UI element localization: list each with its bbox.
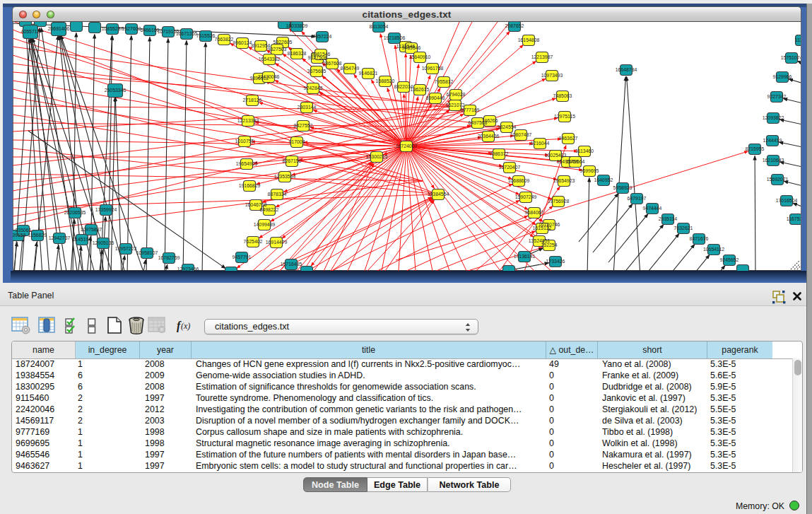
svg-text:16543382: 16543382 <box>259 57 281 62</box>
svg-text:1156829: 1156829 <box>28 233 47 238</box>
svg-text:5322605: 5322605 <box>273 40 293 45</box>
svg-text:17359924: 17359924 <box>95 207 117 212</box>
svg-text:19654923: 19654923 <box>553 178 575 183</box>
svg-text:10975887: 10975887 <box>81 227 102 232</box>
svg-text:12213383: 12213383 <box>237 118 259 123</box>
svg-text:10855287: 10855287 <box>102 26 124 31</box>
svg-text:6794028: 6794028 <box>447 92 466 97</box>
svg-text:5958923: 5958923 <box>613 185 632 190</box>
svg-text:15751074: 15751074 <box>781 55 801 60</box>
svg-text:6479197: 6479197 <box>628 196 647 201</box>
svg-text:8878334: 8878334 <box>268 192 287 197</box>
svg-text:(x): (x) <box>181 321 190 331</box>
svg-text:12975115: 12975115 <box>554 114 575 119</box>
svg-text:7663822: 7663822 <box>215 37 234 42</box>
svg-text:917004: 917004 <box>289 139 305 144</box>
svg-text:1167534: 1167534 <box>787 216 801 221</box>
svg-text:9960124: 9960124 <box>233 40 252 45</box>
svg-text:20691406: 20691406 <box>48 26 70 31</box>
svg-text:1640952: 1640952 <box>594 177 613 182</box>
svg-text:9457791: 9457791 <box>233 255 252 259</box>
svg-text:15716485: 15716485 <box>281 262 302 267</box>
svg-text:1733426: 1733426 <box>546 259 565 264</box>
svg-text:17957223: 17957223 <box>115 246 137 251</box>
svg-text:10961758: 10961758 <box>422 66 444 71</box>
svg-text:8267150: 8267150 <box>283 158 302 163</box>
svg-text:8471676: 8471676 <box>690 236 709 241</box>
svg-text:17016504: 17016504 <box>776 198 798 203</box>
svg-text:7986372: 7986372 <box>490 151 509 156</box>
svg-text:12905135: 12905135 <box>93 240 114 245</box>
svg-text:10654112: 10654112 <box>703 247 724 252</box>
svg-text:4055713: 4055713 <box>21 29 40 34</box>
svg-text:9465546: 9465546 <box>402 45 421 50</box>
svg-text:20206535: 20206535 <box>64 210 86 215</box>
svg-text:7857224: 7857224 <box>313 34 332 39</box>
svg-text:2718126: 2718126 <box>243 98 262 103</box>
svg-text:12923466: 12923466 <box>177 267 199 271</box>
svg-text:8990448: 8990448 <box>426 95 445 100</box>
svg-text:16033809: 16033809 <box>286 23 308 28</box>
svg-text:7632621: 7632621 <box>674 226 693 230</box>
svg-text:16154808: 16154808 <box>518 37 540 42</box>
svg-text:1010755: 1010755 <box>235 139 254 144</box>
svg-text:11173: 11173 <box>795 37 801 42</box>
svg-text:7515526: 7515526 <box>196 33 216 38</box>
svg-text:19756928: 19756928 <box>548 199 570 204</box>
svg-text:16648784: 16648784 <box>616 67 637 72</box>
svg-text:1244419: 1244419 <box>763 138 782 143</box>
svg-text:19384554: 19384554 <box>428 192 449 197</box>
svg-text:1362615: 1362615 <box>411 87 430 92</box>
svg-text:9463627: 9463627 <box>559 136 578 141</box>
svg-text:252254: 252254 <box>541 243 558 247</box>
svg-text:9227342: 9227342 <box>767 94 787 99</box>
svg-text:8454749: 8454749 <box>341 66 360 71</box>
svg-text:8427552: 8427552 <box>294 123 313 128</box>
svg-text:9684067: 9684067 <box>525 210 544 215</box>
svg-text:6466160: 6466160 <box>141 28 160 33</box>
svg-text:12353594: 12353594 <box>274 174 296 179</box>
svg-text:1615132: 1615132 <box>533 226 552 230</box>
svg-text:15300215: 15300215 <box>366 154 388 159</box>
svg-text:8813054: 8813054 <box>370 24 389 29</box>
svg-text:9981546: 9981546 <box>312 52 331 57</box>
svg-text:3113460: 3113460 <box>575 148 594 153</box>
svg-text:16671355: 16671355 <box>176 31 198 36</box>
svg-text:9327503: 9327503 <box>268 47 287 52</box>
svg-text:22420046: 22420046 <box>258 74 280 79</box>
svg-text:2867608: 2867608 <box>323 61 342 66</box>
svg-text:746266: 746266 <box>482 118 498 123</box>
svg-text:19654925: 19654925 <box>236 161 258 166</box>
svg-text:1527602: 1527602 <box>122 26 141 31</box>
svg-text:2935114: 2935114 <box>659 216 677 221</box>
svg-text:7625402: 7625402 <box>244 239 263 244</box>
svg-text:19218506: 19218506 <box>384 35 406 40</box>
svg-text:9245652: 9245652 <box>720 257 739 262</box>
svg-text:1649564: 1649564 <box>566 159 585 164</box>
svg-text:935061: 935061 <box>16 228 32 233</box>
svg-text:939159: 939159 <box>13 233 26 238</box>
svg-text:16782759: 16782759 <box>158 255 180 260</box>
svg-text:19166829: 19166829 <box>239 183 261 188</box>
svg-text:18724007: 18724007 <box>396 144 418 148</box>
svg-text:10958107: 10958107 <box>136 250 158 255</box>
svg-text:25053346: 25053346 <box>105 88 126 93</box>
svg-text:9474444: 9474444 <box>643 206 662 211</box>
svg-text:1621072: 1621072 <box>446 103 465 107</box>
svg-text:7955812: 7955812 <box>435 79 454 84</box>
svg-text:8186328: 8186328 <box>288 51 307 56</box>
svg-text:10807487: 10807487 <box>510 132 532 137</box>
svg-text:15720407: 15720407 <box>499 165 521 170</box>
svg-text:12093822: 12093822 <box>763 115 784 120</box>
svg-text:14099489: 14099489 <box>254 222 276 227</box>
svg-text:7485063: 7485063 <box>553 93 572 98</box>
svg-text:9129966: 9129966 <box>773 74 792 79</box>
svg-text:12213987: 12213987 <box>531 54 553 59</box>
svg-text:9777169: 9777169 <box>461 107 480 112</box>
svg-text:2087652: 2087652 <box>505 23 524 28</box>
svg-text:10025433: 10025433 <box>545 153 567 158</box>
svg-text:15640910: 15640910 <box>409 54 431 59</box>
svg-text:12942737: 12942737 <box>49 235 71 240</box>
svg-text:1145194: 1145194 <box>73 237 91 242</box>
svg-text:3675685: 3675685 <box>307 69 326 74</box>
